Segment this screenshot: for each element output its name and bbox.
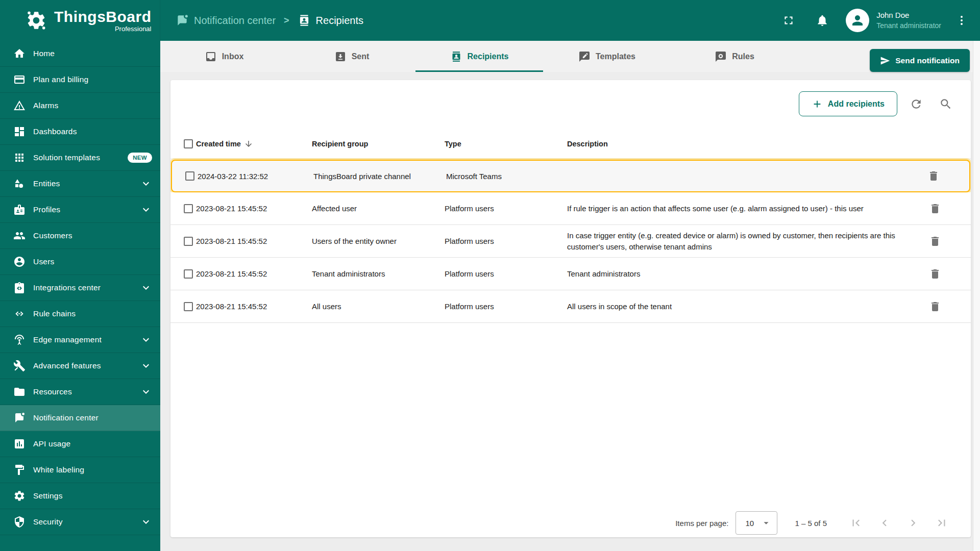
tab-recipients[interactable]: Recipients [415, 41, 543, 72]
column-type[interactable]: Type [445, 140, 567, 148]
sent-tab-icon [334, 51, 347, 63]
person-icon [850, 13, 865, 28]
sidebar-item-home[interactable]: Home [0, 41, 160, 67]
fullscreen-button[interactable] [778, 10, 799, 31]
send-notification-button[interactable]: Send notification [870, 49, 970, 72]
thingsboard-logo-icon [26, 10, 47, 31]
sidebar-item-entities[interactable]: Entities [0, 171, 160, 197]
table-row[interactable]: 2023-08-21 15:45:52Affected userPlatform… [170, 192, 971, 225]
chevron-left-icon [878, 516, 891, 530]
tab-label: Rules [732, 52, 754, 61]
home-icon [13, 47, 26, 60]
cell-type: Platform users [445, 237, 567, 245]
sort-desc-icon[interactable] [244, 139, 253, 148]
delete-button[interactable] [929, 203, 941, 215]
sidebar-item-notification-center[interactable]: Notification center [0, 405, 160, 431]
cell-created-time: 2023-08-21 15:45:52 [196, 204, 312, 213]
next-page-button[interactable] [906, 516, 920, 530]
delete-button[interactable] [927, 170, 940, 182]
refresh-button[interactable] [905, 93, 927, 115]
table-row[interactable]: 2024-03-22 11:32:52ThingsBoard private c… [171, 160, 970, 192]
cell-type: Platform users [445, 204, 567, 213]
row-checkbox[interactable] [184, 204, 193, 213]
cell-recipient-group: All users [312, 302, 445, 311]
page-size-value: 10 [745, 519, 754, 528]
sidebar-item-label: Home [33, 49, 55, 58]
last-page-button[interactable] [935, 516, 948, 530]
sidebar-item-resources[interactable]: Resources [0, 379, 160, 405]
sidebar-item-label: Dashboards [33, 127, 77, 136]
inbox-tab-icon [205, 51, 217, 63]
trash-icon [929, 235, 941, 247]
notifications-bell-button[interactable] [812, 10, 832, 31]
thingsboard-app: ThingsBoard Professional Notification ce… [0, 0, 980, 551]
sidebar-item-profiles[interactable]: Profiles [0, 197, 160, 223]
row-checkbox[interactable] [184, 269, 193, 279]
previous-page-button[interactable] [878, 516, 891, 530]
first-page-button[interactable] [849, 516, 863, 530]
sidebar-item-alarms[interactable]: Alarms [0, 93, 160, 119]
chevron-down-icon [140, 360, 152, 372]
tab-label: Sent [352, 52, 370, 61]
select-all-checkbox[interactable] [184, 139, 193, 148]
trash-icon [929, 300, 941, 313]
chevron-down-icon [140, 516, 152, 528]
tab-rules[interactable]: Rules [671, 41, 798, 72]
row-checkbox[interactable] [184, 237, 193, 246]
user-name: John Doe [876, 10, 941, 20]
table-toolbar: Add recipients [170, 80, 971, 129]
sidebar-item-customers[interactable]: Customers [0, 223, 160, 249]
row-checkbox[interactable] [184, 302, 193, 311]
sidebar-item-security[interactable]: Security [0, 509, 160, 535]
add-recipients-button[interactable]: Add recipients [799, 91, 897, 116]
tab-sent[interactable]: Sent [288, 41, 415, 72]
last-page-icon [935, 516, 948, 530]
sidebar-item-label: Integrations center [33, 283, 101, 292]
sidebar-item-users[interactable]: Users [0, 249, 160, 275]
more-options-button[interactable] [954, 10, 969, 31]
tab-inbox[interactable]: Inbox [160, 41, 288, 72]
table-row[interactable]: 2023-08-21 15:45:52Users of the entity o… [170, 225, 971, 258]
sidebar-item-solution-templates[interactable]: Solution templatesNEW [0, 145, 160, 171]
notification-center-icon [13, 412, 26, 424]
row-checkbox[interactable] [185, 171, 194, 181]
bell-icon [816, 14, 829, 27]
content-area: Add recipients Created time [160, 72, 980, 551]
send-icon [880, 56, 890, 66]
sidebar-item-settings[interactable]: Settings [0, 483, 160, 509]
recipients-icon [298, 14, 311, 27]
sidebar-item-api-usage[interactable]: API usage [0, 431, 160, 457]
search-button[interactable] [935, 93, 957, 115]
sidebar-item-white-labeling[interactable]: White labeling [0, 457, 160, 483]
sidebar-item-integrations-center[interactable]: Integrations center [0, 275, 160, 301]
sidebar-item-label: Plan and billing [33, 75, 88, 84]
sidebar-item-edge-management[interactable]: Edge management [0, 327, 160, 353]
table-row[interactable]: 2023-08-21 15:45:52Tenant administrators… [170, 258, 971, 290]
top-bar: Notification center > Recipients John Do… [160, 0, 980, 41]
user-role: Tenant administrator [876, 20, 941, 31]
breadcrumb-parent-label: Notification center [194, 15, 276, 27]
sidebar-item-dashboards[interactable]: Dashboards [0, 119, 160, 145]
page-size-select[interactable]: 10 [736, 511, 777, 535]
table-row[interactable]: 2023-08-21 15:45:52All usersPlatform use… [170, 290, 971, 323]
column-created-time[interactable]: Created time [196, 140, 241, 148]
sidebar-item-advanced-features[interactable]: Advanced features [0, 353, 160, 379]
cell-description: Tenant administrators [567, 264, 915, 284]
sidebar-item-rule-chains[interactable]: Rule chains [0, 301, 160, 327]
cell-created-time: 2023-08-21 15:45:52 [196, 269, 312, 278]
column-recipient-group[interactable]: Recipient group [312, 140, 445, 148]
column-description[interactable]: Description [567, 140, 915, 148]
breadcrumb-notification-center[interactable]: Notification center [176, 14, 276, 27]
sidebar-item-plan-and-billing[interactable]: Plan and billing [0, 67, 160, 93]
new-badge: NEW [128, 153, 152, 163]
chevron-down-icon [140, 334, 152, 346]
tabs-bar: InboxSentRecipientsTemplatesRules Send n… [160, 41, 980, 72]
tab-templates[interactable]: Templates [543, 41, 671, 72]
user-menu[interactable]: John Doe Tenant administrator [846, 9, 941, 32]
delete-button[interactable] [929, 300, 941, 313]
tab-label: Recipients [468, 52, 509, 61]
delete-button[interactable] [929, 268, 941, 280]
delete-button[interactable] [929, 235, 941, 247]
tab-label: Templates [596, 52, 635, 61]
page-scrollbar[interactable] [973, 41, 980, 551]
